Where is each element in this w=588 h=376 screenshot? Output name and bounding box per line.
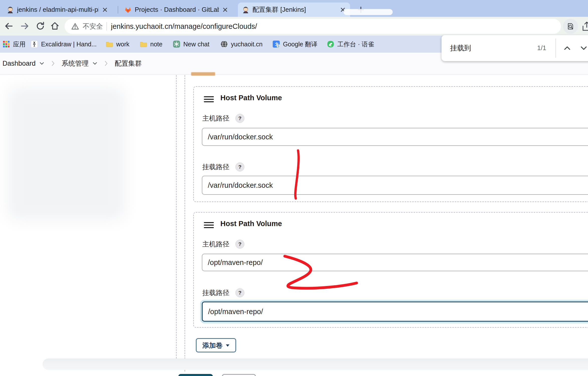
field-label-row: 主机路径 ? [202, 240, 244, 249]
back-icon[interactable] [4, 21, 14, 31]
excalidraw-icon [31, 40, 38, 48]
lens-search-icon[interactable] [563, 19, 578, 34]
scrolled-element-artifact [191, 72, 215, 76]
url-divider [106, 22, 107, 31]
bookmark-label: note [150, 41, 163, 48]
field-label-row: 挂载路径 ? [202, 288, 244, 297]
bookmark-label: work [116, 41, 129, 48]
find-input[interactable] [450, 44, 526, 52]
tab-title: 配置集群 [Jenkins] [252, 5, 337, 14]
close-icon[interactable] [102, 7, 108, 13]
security-label: 不安全 [83, 22, 103, 31]
bookmark-apps[interactable]: 应用 [3, 36, 26, 53]
bookmark-excalidraw[interactable]: Excalidraw | Hand... [31, 36, 97, 53]
apply-button[interactable] [222, 374, 256, 376]
field-label: 主机路径 [202, 240, 229, 249]
tab-title: Projects · Dashboard · GitLab [135, 6, 219, 14]
bookmark-label: Excalidraw | Hand... [41, 41, 97, 48]
field-label-row: 主机路径 ? [202, 114, 244, 123]
jenkins-avatar-icon [242, 6, 249, 14]
mount-path-input[interactable] [202, 176, 588, 195]
translate-icon: 文G [272, 40, 280, 48]
help-icon[interactable]: ? [235, 288, 244, 297]
folder-icon [140, 40, 147, 48]
bookmark-label: New chat [183, 41, 209, 48]
field-label-row: 挂载路径 ? [202, 162, 244, 171]
folder-icon [106, 40, 113, 48]
forward-icon[interactable] [20, 21, 30, 31]
help-icon[interactable]: ? [235, 162, 244, 171]
tab-strip: jenkins / eladmin-api-multi-pi Projects … [0, 0, 588, 17]
blurred-artifact [344, 9, 393, 15]
breadcrumb-label: 配置集群 [115, 59, 142, 68]
jenkins-avatar-icon [7, 6, 14, 14]
chevron-down-icon [39, 61, 45, 66]
chevron-down-icon [92, 61, 98, 66]
bookmark-label: yuchaoit.cn [231, 41, 262, 48]
add-volume-button[interactable]: 添加卷 [196, 338, 236, 352]
bookmark-google-translate[interactable]: 文G Google 翻译 [272, 36, 318, 53]
tab-title: jenkins / eladmin-api-multi-pi [17, 6, 99, 14]
host-path-input[interactable] [202, 128, 588, 146]
section-dashed-border [176, 75, 177, 366]
host-path-volume-card-2: Host Path Volume 主机路径 ? 挂载路径 ? [193, 212, 588, 328]
chatgpt-icon [173, 40, 180, 48]
drag-handle-icon[interactable] [203, 221, 214, 230]
address-bar[interactable]: 不安全 [65, 19, 561, 34]
reload-icon[interactable] [36, 21, 45, 31]
card-title: Host Path Volume [220, 94, 282, 102]
close-icon[interactable] [222, 7, 228, 13]
bookmark-work-folder[interactable]: work [106, 36, 129, 53]
blurred-artifact [8, 87, 125, 220]
gitlab-icon [124, 6, 132, 14]
browser-window: jenkins / eladmin-api-multi-pi Projects … [0, 0, 588, 376]
breadcrumb-separator-icon [103, 60, 109, 66]
tab-jenkins-job[interactable]: jenkins / eladmin-api-multi-pi [3, 3, 112, 17]
bookmark-label: 工作台 · 语雀 [337, 40, 374, 48]
find-match-count: 1/1 [537, 44, 546, 52]
bookmark-yuque[interactable]: 工作台 · 语雀 [327, 36, 374, 53]
card-title: Host Path Volume [220, 220, 282, 228]
dropdown-caret-icon [226, 344, 230, 347]
breadcrumb-system-manage[interactable]: 系统管理 [62, 59, 98, 68]
bookmark-note-folder[interactable]: note [140, 36, 163, 53]
breadcrumb-separator-icon [50, 60, 56, 66]
find-next-icon[interactable] [579, 43, 588, 53]
find-previous-icon[interactable] [562, 43, 572, 53]
bookmark-label: 应用 [13, 40, 26, 48]
svg-text:G: G [277, 45, 279, 47]
tab-divider [118, 6, 118, 14]
field-label: 主机路径 [202, 114, 229, 123]
bookmark-label: Google 翻译 [283, 40, 318, 48]
home-icon[interactable] [50, 21, 60, 31]
breadcrumb-label: 系统管理 [62, 59, 89, 68]
yuque-icon [327, 40, 334, 48]
drag-handle-icon[interactable] [203, 95, 214, 104]
tab-gitlab[interactable]: Projects · Dashboard · GitLab [120, 3, 232, 17]
breadcrumb-configure-clouds[interactable]: 配置集群 [115, 59, 142, 68]
help-icon[interactable]: ? [235, 240, 244, 249]
help-icon[interactable]: ? [235, 114, 244, 123]
mount-path-input-focused[interactable] [202, 302, 588, 322]
field-label: 挂载路径 [202, 162, 229, 171]
host-path-volume-card-1: Host Path Volume 主机路径 ? 挂载路径 ? [193, 86, 588, 202]
browser-toolbar: 不安全 [0, 17, 588, 36]
warning-icon [71, 22, 79, 30]
field-label: 挂载路径 [202, 288, 229, 297]
apps-grid-icon [3, 40, 10, 48]
find-divider [555, 39, 556, 58]
host-path-input[interactable] [202, 254, 588, 271]
save-button[interactable] [178, 374, 213, 376]
find-in-page-bar: 1/1 [442, 35, 588, 61]
bookmark-new-chat[interactable]: New chat [173, 36, 209, 53]
jenkins-config-content: Host Path Volume 主机路径 ? 挂载路径 ? Host Path… [0, 75, 588, 376]
share-icon[interactable] [581, 21, 588, 32]
add-volume-label: 添加卷 [202, 341, 223, 350]
url-input[interactable] [110, 22, 554, 31]
globe-icon [220, 40, 228, 48]
bottom-section-band [43, 358, 588, 370]
breadcrumb-label: Dashboard [3, 60, 36, 67]
bookmark-yuchaoit[interactable]: yuchaoit.cn [220, 36, 262, 53]
tab-jenkins-clouds-active[interactable]: 配置集群 [Jenkins] [238, 3, 350, 17]
breadcrumb-dashboard[interactable]: Dashboard [3, 60, 45, 67]
